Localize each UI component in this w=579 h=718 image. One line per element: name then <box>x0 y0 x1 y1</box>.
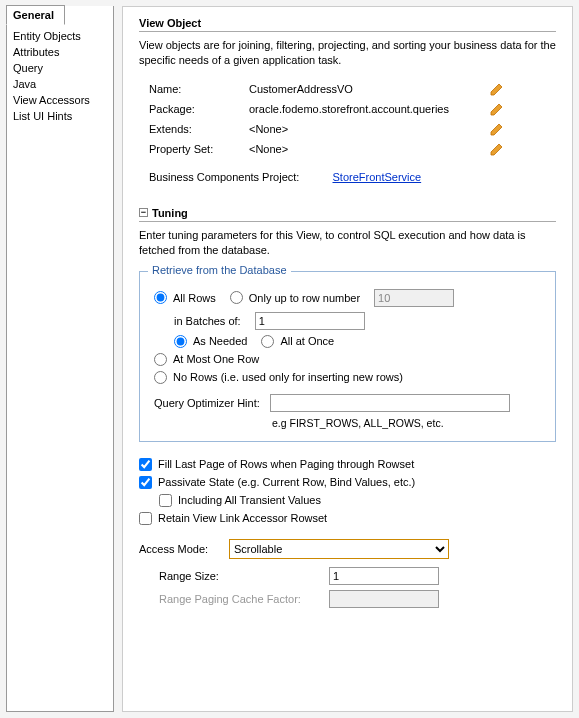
all-rows-radio[interactable] <box>154 291 167 304</box>
all-at-once-label[interactable]: All at Once <box>280 335 334 347</box>
sidebar-item-query[interactable]: Query <box>7 60 113 76</box>
access-mode-select[interactable]: Scrollable <box>229 539 449 559</box>
sidebar-item-view-accessors[interactable]: View Accessors <box>7 92 113 108</box>
sidebar-item-entity-objects[interactable]: Entity Objects <box>7 28 113 44</box>
no-rows-label[interactable]: No Rows (i.e. used only for inserting ne… <box>173 371 403 383</box>
tuning-header[interactable]: − Tuning <box>139 207 556 222</box>
qoh-input[interactable] <box>270 394 510 412</box>
tuning-description: Enter tuning parameters for this View, t… <box>139 228 556 259</box>
passivate-checkbox[interactable] <box>139 476 152 489</box>
tuning-title: Tuning <box>152 207 188 219</box>
no-rows-radio[interactable] <box>154 371 167 384</box>
in-batches-label: in Batches of: <box>174 315 241 327</box>
biz-project-link[interactable]: StoreFrontService <box>332 171 421 183</box>
sidebar-item-list-ui-hints[interactable]: List UI Hints <box>7 108 113 124</box>
view-object-description: View objects are for joining, filtering,… <box>139 38 556 69</box>
all-rows-label[interactable]: All Rows <box>173 292 216 304</box>
extends-value: <None> <box>249 123 469 135</box>
range-size-input[interactable] <box>329 567 439 585</box>
retrieve-legend: Retrieve from the Database <box>148 264 291 276</box>
sidebar: General Entity Objects Attributes Query … <box>6 6 114 712</box>
extends-label: Extends: <box>149 123 249 135</box>
sidebar-tab-general[interactable]: General <box>6 5 65 25</box>
range-cache-label: Range Paging Cache Factor: <box>159 593 329 605</box>
access-mode-label: Access Mode: <box>139 543 229 555</box>
sidebar-item-attributes[interactable]: Attributes <box>7 44 113 60</box>
name-value: CustomerAddressVO <box>249 83 469 95</box>
at-most-one-radio[interactable] <box>154 353 167 366</box>
edit-extends-icon[interactable] <box>489 121 505 137</box>
edit-name-icon[interactable] <box>489 81 505 97</box>
as-needed-label[interactable]: As Needed <box>193 335 247 347</box>
fill-last-label[interactable]: Fill Last Page of Rows when Paging throu… <box>158 458 414 470</box>
package-label: Package: <box>149 103 249 115</box>
propset-value: <None> <box>249 143 469 155</box>
at-most-one-label[interactable]: At Most One Row <box>173 353 259 365</box>
range-size-label: Range Size: <box>159 570 329 582</box>
all-at-once-radio[interactable] <box>261 335 274 348</box>
include-transient-checkbox[interactable] <box>159 494 172 507</box>
collapse-minus-icon: − <box>139 208 148 217</box>
propset-label: Property Set: <box>149 143 249 155</box>
edit-package-icon[interactable] <box>489 101 505 117</box>
in-batches-input[interactable] <box>255 312 365 330</box>
name-label: Name: <box>149 83 249 95</box>
qoh-label: Query Optimizer Hint: <box>154 397 270 409</box>
biz-project-label: Business Components Project: <box>149 171 299 183</box>
main-panel: View Object View objects are for joining… <box>122 6 573 712</box>
retain-vla-label[interactable]: Retain View Link Accessor Rowset <box>158 512 327 524</box>
package-value: oracle.fodemo.storefront.account.queries <box>249 103 469 115</box>
include-transient-label[interactable]: Including All Transient Values <box>178 494 321 506</box>
fill-last-checkbox[interactable] <box>139 458 152 471</box>
as-needed-radio[interactable] <box>174 335 187 348</box>
retain-vla-checkbox[interactable] <box>139 512 152 525</box>
edit-propset-icon[interactable] <box>489 141 505 157</box>
passivate-label[interactable]: Passivate State (e.g. Current Row, Bind … <box>158 476 415 488</box>
only-up-to-radio[interactable] <box>230 291 243 304</box>
only-up-to-label[interactable]: Only up to row number <box>249 292 360 304</box>
section-title-view-object: View Object <box>139 17 556 32</box>
range-cache-input <box>329 590 439 608</box>
retrieve-fieldset: Retrieve from the Database All Rows Only… <box>139 271 556 442</box>
sidebar-item-java[interactable]: Java <box>7 76 113 92</box>
only-up-to-input <box>374 289 454 307</box>
qoh-hint: e.g FIRST_ROWS, ALL_ROWS, etc. <box>272 417 541 429</box>
